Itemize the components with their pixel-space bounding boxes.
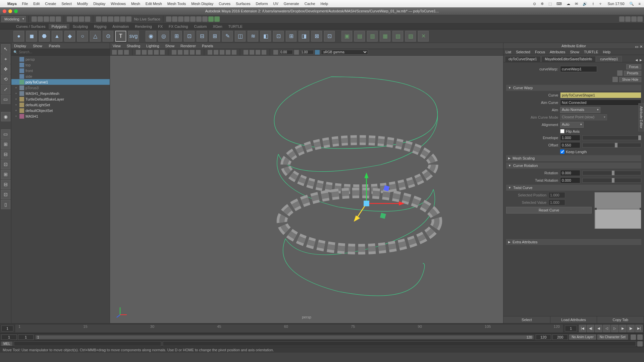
timeline-start-input[interactable] [1,325,13,331]
shelf-tab-fxcaching[interactable]: FX Caching [166,24,191,29]
outliner-item-polytocurve[interactable]: -polyToCurve1 [11,79,110,85]
poly-tool-icon[interactable]: ⊞ [209,31,220,42]
vp-icon[interactable] [178,50,182,55]
layout-icon[interactable]: ⊞ [1,170,10,179]
render-icon[interactable] [172,16,177,22]
current-frame-input[interactable] [565,325,577,331]
goto-start-icon[interactable]: |◀ [579,325,586,332]
layout-four-icon[interactable]: ⊞ [1,139,10,149]
menu-display[interactable]: Display [93,2,105,6]
tab-left-icon[interactable]: ◄ [635,58,638,62]
vp-icon[interactable] [136,50,141,55]
envelope-slider[interactable] [582,135,641,140]
menu-deform[interactable]: Deform [256,2,268,6]
step-forward-key-icon[interactable]: |▶ [627,325,635,332]
vp-icon[interactable] [184,50,189,55]
menu-select[interactable]: Select [61,2,72,6]
vp-icon[interactable] [220,50,224,55]
close-button[interactable] [3,9,6,13]
vp-icon[interactable] [315,50,320,55]
poly-pipe-icon[interactable]: ⊙ [103,31,113,42]
offset-slider[interactable] [582,143,641,147]
shelf-tab-turtle[interactable]: TURTLE [226,24,246,29]
showhide-button[interactable]: Show Hide [619,77,641,82]
undo-icon[interactable] [50,16,55,22]
lasso-tool-icon[interactable]: ⌖ [1,54,10,64]
save-scene-icon[interactable] [44,16,49,22]
poly-plane-icon[interactable]: ◆ [64,31,75,42]
snap-icon[interactable] [96,16,101,22]
attr-menu-list[interactable]: List [505,50,511,54]
vp-icon[interactable] [250,50,254,55]
layout-icon[interactable] [637,16,643,22]
mash-tool-icon[interactable]: ▣ [341,31,352,42]
menu-file[interactable]: File [22,2,28,6]
tray-icon[interactable]: ☁ [567,2,570,6]
poly-tool-icon[interactable]: ⊡ [324,31,335,42]
menu-edit[interactable]: Edit [33,2,40,6]
poly-sphere-icon[interactable]: ● [13,31,24,42]
shelf-tab-fx[interactable]: FX [155,24,165,29]
new-scene-icon[interactable] [32,16,37,22]
poly-tool-icon[interactable]: ✎ [222,31,233,42]
mash-tool-icon[interactable]: ▦ [380,31,390,42]
open-scene-icon[interactable] [38,16,43,22]
outliner-menu-display[interactable]: Display [14,44,26,48]
script-editor-icon[interactable] [637,341,643,347]
poly-pyramid-icon[interactable]: △ [90,31,101,42]
timeline-track[interactable]: 1 15 30 45 60 75 90 105 120 [15,324,564,333]
poly-tool-icon[interactable]: ◧ [260,31,271,42]
shelf-tab-custom[interactable]: Custom [192,24,210,29]
script-language-button[interactable]: MEL [1,342,12,346]
attr-menu-help[interactable]: Help [603,50,611,54]
poly-cylinder-icon[interactable]: ⬣ [39,31,50,42]
outliner-item-mashrepro[interactable]: +MASH1_ReproMesh [11,90,110,96]
vp-icon[interactable] [244,50,248,55]
outliner-item-turtlebake[interactable]: +TurtleDefaultBakeLayer [11,96,110,102]
layout-icon[interactable]: ⊡ [1,190,10,199]
scale-tool-icon[interactable]: ⤢ [1,84,10,94]
curve-input[interactable] [560,92,641,98]
search-icon[interactable]: 🔍 [629,2,634,6]
rotate-tool-icon[interactable]: ⟲ [1,74,10,84]
mash-tool-icon[interactable]: ▧ [392,31,403,42]
shelf-tab-xgen[interactable]: XGen [210,24,225,29]
vp-exposure-input[interactable] [279,50,293,54]
render-icon[interactable] [190,16,196,22]
anim-layer-select[interactable]: No Anim Layer [569,335,596,340]
section-twist-curve[interactable]: ▼Twist Curve [506,185,641,191]
vp-icon[interactable] [226,50,230,55]
poly-tool-icon[interactable]: ⊞ [286,31,297,42]
tab-right-icon[interactable]: ► [639,58,643,62]
envelope-input[interactable] [560,135,580,141]
menuset-dropdown[interactable]: Modeling [1,16,26,22]
goto-end-icon[interactable]: ▶| [635,325,643,332]
showhide-icon[interactable] [612,77,618,82]
outliner-menu-panels[interactable]: Panels [49,44,60,48]
vp-icon[interactable] [190,50,195,55]
snap-icon[interactable] [102,16,107,22]
twist-curve-graph[interactable] [594,192,641,229]
poly-tool-icon[interactable]: ◨ [299,31,309,42]
vp-menu-renderer[interactable]: Renderer [180,44,196,48]
outliner-item-side[interactable]: side [11,73,110,79]
shelf-tab-rigging[interactable]: Rigging [91,24,109,29]
menu-editmesh[interactable]: Edit Mesh [146,2,162,6]
vp-menu-shading[interactable]: Shading [127,44,140,48]
redo-icon[interactable] [56,16,61,22]
tray-icon[interactable]: ⌨ [556,2,562,6]
vp-icon[interactable] [160,50,165,55]
vp-icon[interactable] [262,50,266,55]
shelf-tab-sculpting[interactable]: Sculpting [70,24,91,29]
step-forward-icon[interactable]: ▶ [619,325,627,332]
outliner-item-front[interactable]: front [11,68,110,73]
poly-tool-icon[interactable]: ⊡ [184,31,195,42]
menu-curves[interactable]: Curves [219,2,230,6]
poly-tool-icon[interactable]: ⊡ [273,31,284,42]
section-mesh-scaling[interactable]: ▶Mesh Scaling [506,155,641,161]
move-tool-icon[interactable]: ✥ [1,64,10,74]
step-back-icon[interactable]: ◀ [595,325,602,332]
shelf-tab-animation[interactable]: Animation [110,24,131,29]
mash-tool-icon[interactable]: ▥ [367,31,378,42]
attr-menu-focus[interactable]: Focus [535,50,545,54]
